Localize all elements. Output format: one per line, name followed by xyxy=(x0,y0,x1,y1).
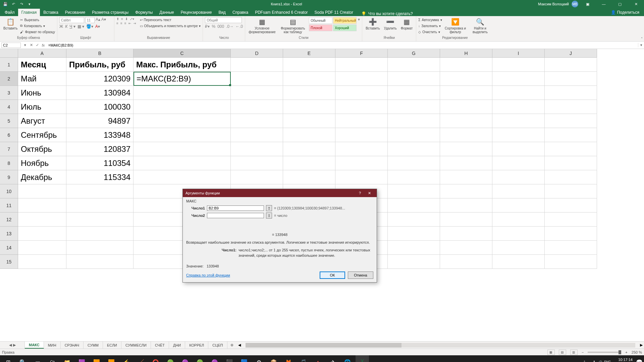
cell[interactable] xyxy=(440,213,492,227)
app-icon[interactable]: 🟧 xyxy=(90,355,103,362)
cell[interactable] xyxy=(440,128,492,142)
cell[interactable] xyxy=(388,255,440,269)
comma-icon[interactable]: 000 xyxy=(217,24,224,29)
cell[interactable] xyxy=(283,72,335,86)
worksheet-area[interactable]: ABCDEFGHIJ1МесяцПрибыль, рубМакс. Прибыл… xyxy=(0,49,644,341)
app-icon[interactable]: 🟣 xyxy=(208,355,221,362)
row-header[interactable]: 6 xyxy=(0,128,18,142)
column-header[interactable]: D xyxy=(231,49,283,58)
new-sheet-button[interactable]: ⊕ xyxy=(227,342,237,349)
ribbon-tab[interactable]: Вставка xyxy=(40,9,62,16)
cell[interactable] xyxy=(440,198,492,213)
cell[interactable] xyxy=(335,156,388,170)
zoom-out-icon[interactable]: − xyxy=(582,350,584,354)
cancel-formula-icon[interactable]: ✕ xyxy=(28,43,34,47)
merge-center-button[interactable]: ▭Объединить и поместить в центре▾ xyxy=(140,23,201,28)
cell[interactable]: Ноябрь xyxy=(18,156,66,170)
name-box[interactable] xyxy=(1,43,21,48)
cell[interactable] xyxy=(492,128,545,142)
orientation-icon[interactable]: ⤢▾ xyxy=(130,17,134,21)
delete-cells-button[interactable]: ➖Удалить xyxy=(383,17,398,31)
cell[interactable] xyxy=(133,128,231,142)
cell[interactable] xyxy=(283,58,335,72)
sheet-tab[interactable]: ЕСЛИ xyxy=(103,342,121,349)
expand-formula-bar-icon[interactable]: ▾ xyxy=(638,43,644,47)
app-icon[interactable]: 🟢 xyxy=(193,355,207,362)
row-header[interactable]: 3 xyxy=(0,86,18,100)
sort-filter-button[interactable]: 🔽Сортировка и фильтр xyxy=(443,17,468,35)
align-middle-icon[interactable]: ≡ xyxy=(121,17,123,21)
column-header[interactable]: B xyxy=(66,49,133,58)
row-header[interactable]: 8 xyxy=(0,156,18,170)
arg1-refpicker-icon[interactable]: ↥ xyxy=(266,205,272,211)
cell[interactable] xyxy=(231,72,283,86)
decrease-decimal-icon[interactable]: ←.0 xyxy=(235,24,243,29)
number-format-select[interactable] xyxy=(205,17,242,23)
cell[interactable] xyxy=(440,114,492,128)
cell[interactable]: Октябрь xyxy=(18,142,66,156)
cell[interactable] xyxy=(388,142,440,156)
copy-button[interactable]: ⧉Копировать▾ xyxy=(20,23,55,28)
cell[interactable] xyxy=(283,170,335,184)
align-left-icon[interactable]: ≡ xyxy=(116,21,118,25)
cell[interactable] xyxy=(388,128,440,142)
excel-icon[interactable]: X xyxy=(356,355,369,362)
ribbon-tab[interactable]: Разметка страницы xyxy=(89,9,132,16)
insert-cells-button[interactable]: ➕Вставить xyxy=(364,17,381,31)
cell[interactable] xyxy=(440,100,492,114)
cell[interactable] xyxy=(66,184,133,198)
cell[interactable] xyxy=(545,184,597,198)
column-header[interactable]: F xyxy=(335,49,388,58)
explorer-icon[interactable]: 📁 xyxy=(60,355,74,362)
cell[interactable] xyxy=(440,255,492,269)
next-sheet-icon[interactable]: ▶ xyxy=(13,343,16,347)
cell[interactable] xyxy=(231,58,283,72)
underline-icon[interactable]: Ч ▾ xyxy=(69,24,75,29)
cell[interactable] xyxy=(335,114,388,128)
row-header[interactable]: 2 xyxy=(0,72,18,86)
ribbon-tab[interactable]: Данные xyxy=(156,9,177,16)
grow-font-icon[interactable]: A▴ xyxy=(96,17,100,23)
conditional-formatting-button[interactable]: ▦Условное форматирование xyxy=(247,17,277,35)
ribbon-tab[interactable]: Справка xyxy=(229,9,252,16)
cell[interactable] xyxy=(492,170,545,184)
app-icon[interactable]: 🟣 xyxy=(178,355,192,362)
cell[interactable] xyxy=(545,128,597,142)
scroll-right-icon[interactable]: ▶ xyxy=(640,343,643,347)
cell[interactable] xyxy=(388,227,440,241)
taskbar-clock[interactable]: 10:17:14 07.05.2020 xyxy=(612,358,635,362)
cell-style-normal[interactable]: Обычный xyxy=(309,17,332,24)
start-button[interactable]: ⊞ xyxy=(1,355,15,362)
steam-icon[interactable]: ⚙ xyxy=(252,355,266,362)
cell[interactable]: Май xyxy=(18,72,66,86)
app-icon[interactable]: 🟢 xyxy=(164,355,177,362)
ribbon-display-options-icon[interactable]: ▣ xyxy=(580,0,596,8)
dialog-close-icon[interactable]: ✕ xyxy=(365,191,374,195)
row-header[interactable]: 13 xyxy=(0,227,18,241)
minimize-icon[interactable]: — xyxy=(596,0,612,8)
sheet-tab[interactable]: МАКС xyxy=(25,342,44,349)
font-name-select[interactable] xyxy=(59,17,84,23)
column-header[interactable]: I xyxy=(492,49,545,58)
normal-view-icon[interactable]: ▦ xyxy=(547,350,555,355)
cell[interactable] xyxy=(18,198,66,213)
horizontal-scrollbar[interactable]: ◀ ▶ xyxy=(237,342,644,349)
cell[interactable] xyxy=(388,198,440,213)
itunes-icon[interactable]: 🎵 xyxy=(297,355,310,362)
telegram-icon[interactable]: ✈ xyxy=(326,355,339,362)
fill-button[interactable]: ↓Заполнить▾ xyxy=(418,23,442,28)
sheet-tab[interactable]: ДНИ xyxy=(169,342,185,349)
sheet-tab[interactable]: МИН xyxy=(44,342,61,349)
cell[interactable] xyxy=(545,241,597,255)
cell[interactable] xyxy=(492,114,545,128)
row-header[interactable]: 15 xyxy=(0,255,18,269)
scrollbar-thumb[interactable] xyxy=(246,343,401,348)
align-bottom-icon[interactable]: ⬇ xyxy=(125,17,128,21)
cell[interactable]: Июнь xyxy=(18,86,66,100)
cell[interactable] xyxy=(388,100,440,114)
cell[interactable] xyxy=(545,213,597,227)
cell[interactable] xyxy=(335,100,388,114)
wrap-text-button[interactable]: ↩Переносить текст xyxy=(140,17,201,22)
select-all-corner[interactable] xyxy=(0,49,18,58)
sheet-tab[interactable]: СУММ xyxy=(84,342,103,349)
